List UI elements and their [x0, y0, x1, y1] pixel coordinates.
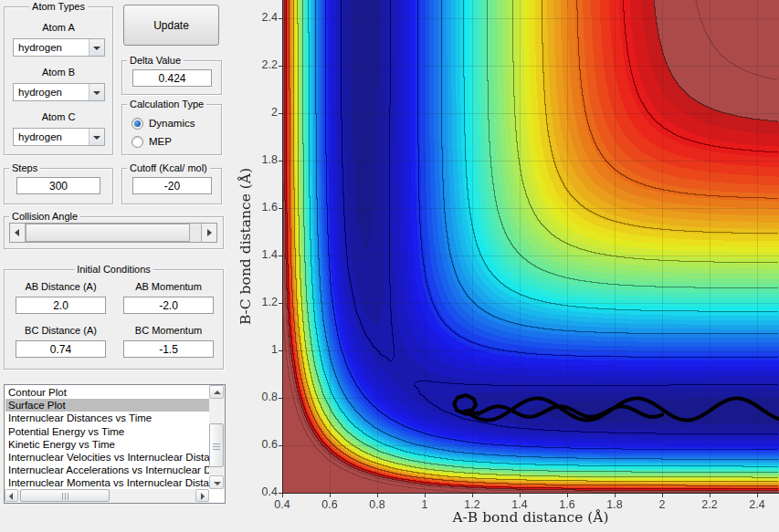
scroll-down-button[interactable]	[209, 475, 224, 489]
x-tick-mark	[615, 494, 616, 497]
y-tick-mark	[279, 161, 282, 162]
y-tick-mark	[279, 445, 282, 446]
plot-type-listbox[interactable]: Contour PlotSurface PlotInternuclear Dis…	[4, 384, 226, 504]
x-tick-mark	[520, 494, 521, 497]
x-tick-mark	[472, 494, 473, 497]
slider-right-arrow-icon[interactable]	[201, 224, 216, 242]
radio-dynamics-icon[interactable]	[132, 118, 143, 130]
atom-c-label: Atom C	[5, 111, 112, 122]
slider-thumb[interactable]	[26, 224, 190, 242]
bc-momentum-label: BC Momentum	[121, 325, 216, 336]
x-tick-mark	[710, 494, 711, 497]
atom-a-dropdown[interactable]: hydrogen	[13, 38, 105, 57]
y-tick-mark	[279, 113, 282, 114]
y-tick-mark	[279, 350, 282, 351]
collision-angle-panel: Collision Angle	[4, 216, 224, 249]
atom-types-title: Atom Types	[29, 1, 88, 12]
delta-value-input[interactable]	[132, 69, 212, 87]
scroll-thumb-horizontal[interactable]	[20, 489, 110, 502]
radio-mep-label: MEP	[149, 136, 172, 147]
list-item[interactable]: Internuclear Momenta vs Internuclear Dis…	[5, 476, 209, 489]
atom-types-panel: Atom Types Atom AhydrogenAtom BhydrogenA…	[4, 6, 113, 155]
scroll-left-button[interactable]	[5, 489, 18, 502]
y-tick-mark	[279, 303, 282, 304]
y-tick-mark	[279, 18, 282, 19]
cutoff-panel: Cutoff (Kcal/ mol)	[121, 168, 222, 204]
steps-panel: Steps	[4, 168, 113, 204]
list-item[interactable]: Internuclear Accelerations vs Internucle…	[5, 464, 209, 476]
list-item[interactable]: Potential Energy vs Time	[5, 425, 209, 438]
y-tick-mark	[279, 493, 282, 494]
y-tick-mark	[279, 398, 282, 399]
scroll-up-button[interactable]	[209, 385, 224, 399]
x-tick-mark	[330, 494, 331, 497]
y-axis-label: B-C bond distance (Å)	[237, 0, 254, 495]
horizontal-scrollbar[interactable]	[5, 489, 209, 503]
x-tick-mark	[567, 494, 568, 497]
chevron-down-icon	[93, 91, 100, 95]
bc-distance-a-label: BC Distance (A)	[14, 325, 108, 336]
atom-c-value: hydrogen	[18, 131, 62, 142]
cutoff-input[interactable]	[132, 177, 212, 194]
atom-b-label: Atom B	[5, 67, 112, 78]
chevron-down-icon	[93, 47, 100, 50]
x-tick-mark	[662, 494, 663, 497]
radio-mep-icon[interactable]	[132, 136, 143, 148]
y-tick-mark	[279, 66, 282, 67]
update-button[interactable]: Update	[123, 5, 219, 46]
radio-dynamics[interactable]: Dynamics	[132, 118, 214, 130]
slider-left-arrow-icon[interactable]	[10, 224, 26, 242]
delta-value-panel: Delta Value	[121, 60, 222, 95]
ab-distance-a-label: AB Distance (A)	[14, 281, 108, 292]
x-tick-mark	[425, 494, 426, 497]
y-tick-mark	[279, 256, 282, 256]
contour-plot-canvas	[282, 0, 779, 494]
radio-mep[interactable]: MEP	[132, 136, 214, 149]
atom-a-value: hydrogen	[18, 42, 62, 53]
steps-title: Steps	[9, 162, 40, 173]
calculation-type-panel: Calculation Type DynamicsMEP	[121, 104, 222, 155]
cutoff-title: Cutoff (Kcal/ mol)	[127, 162, 210, 173]
x-axis-label: A-B bond distance (Å)	[282, 509, 779, 526]
radio-dynamics-label: Dynamics	[149, 118, 195, 129]
vertical-scrollbar[interactable]	[209, 385, 225, 489]
chevron-down-icon	[93, 136, 100, 140]
list-item[interactable]: Internuclear Velocities vs Internuclear …	[5, 451, 209, 464]
list-item[interactable]: Surface Plot	[5, 399, 209, 412]
dropdown-button[interactable]	[89, 39, 104, 56]
initial-conditions-panel: Initial Conditions AB Distance (A)AB Mom…	[4, 269, 224, 370]
dropdown-button[interactable]	[89, 129, 104, 145]
atom-b-dropdown[interactable]: hydrogen	[13, 83, 105, 101]
x-tick-mark	[757, 494, 758, 497]
atom-a-label: Atom A	[5, 22, 112, 33]
bc-momentum-input[interactable]	[123, 340, 214, 358]
list-item[interactable]: Internuclear Distances vs Time	[5, 412, 209, 424]
list-item[interactable]: Kinetic Energy vs Time	[5, 438, 209, 451]
x-tick-mark	[282, 494, 283, 497]
calculation-type-title: Calculation Type	[127, 99, 206, 110]
initial-conditions-title: Initial Conditions	[74, 264, 153, 275]
collision-angle-slider[interactable]	[9, 223, 217, 243]
ab-momentum-label: AB Momentum	[121, 281, 216, 292]
plot-type-list-rows: Contour PlotSurface PlotInternuclear Dis…	[5, 386, 209, 489]
atom-c-dropdown[interactable]: hydrogen	[13, 128, 105, 146]
list-item[interactable]: Contour Plot	[5, 386, 209, 399]
scroll-thumb-vertical[interactable]	[209, 423, 224, 467]
bc-distance-a-input[interactable]	[16, 340, 106, 358]
ab-distance-a-input[interactable]	[16, 297, 106, 314]
ab-momentum-input[interactable]	[123, 297, 214, 314]
delta-value-title: Delta Value	[127, 55, 184, 66]
collision-angle-title: Collision Angle	[9, 211, 80, 222]
y-tick-mark	[279, 208, 282, 209]
atom-b-value: hydrogen	[18, 87, 62, 98]
dropdown-button[interactable]	[89, 84, 104, 100]
x-tick-mark	[377, 494, 378, 497]
steps-input[interactable]	[16, 177, 100, 194]
scroll-right-button[interactable]	[195, 489, 209, 502]
